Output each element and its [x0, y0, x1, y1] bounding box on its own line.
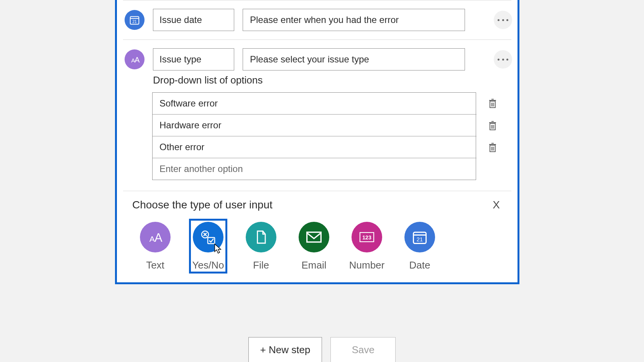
ellipsis-icon [498, 59, 508, 61]
flow-trigger-card: 21 Issue date Please enter when you had … [115, 0, 519, 284]
save-button[interactable]: Save [330, 337, 396, 362]
text-icon: A A [140, 222, 171, 252]
option-row: Hardware error [152, 115, 512, 136]
file-icon [246, 222, 276, 252]
svg-text:A: A [135, 56, 140, 64]
type-label: Text [146, 259, 164, 271]
number-icon: 123 [352, 222, 382, 252]
input-name-field[interactable]: Issue type [153, 48, 234, 70]
type-label: Number [349, 259, 384, 271]
more-options-button[interactable] [494, 11, 512, 29]
yesno-icon [193, 222, 223, 252]
bottom-action-bar: + New step Save [234, 337, 410, 362]
input-name-field[interactable]: Issue date [153, 9, 234, 31]
delete-option-button[interactable] [487, 142, 498, 153]
input-type-text[interactable]: A A Text [136, 219, 174, 274]
option-row: Enter another option [152, 158, 512, 180]
input-type-chooser: Choose the type of user input X A A Text [123, 191, 511, 280]
new-step-button[interactable]: + New step [248, 337, 322, 362]
type-options-list: A A Text [132, 211, 502, 277]
date-icon: 21 [125, 10, 145, 30]
svg-text:123: 123 [362, 234, 371, 241]
type-label: Date [409, 259, 430, 271]
input-description-field[interactable]: Please select your issue type [243, 48, 465, 70]
date-icon: 21 [404, 222, 435, 252]
input-description-field[interactable]: Please enter when you had the error [243, 9, 465, 31]
svg-text:A: A [154, 231, 163, 244]
dropdown-option-input[interactable]: Software error [153, 93, 476, 115]
svg-text:21: 21 [132, 20, 137, 24]
email-icon [299, 222, 329, 252]
input-type-email[interactable]: Email [295, 219, 333, 274]
input-type-date[interactable]: 21 Date [401, 219, 439, 274]
text-icon: A A [125, 49, 145, 69]
chooser-header: Choose the type of user input X [132, 199, 502, 211]
svg-rect-30 [307, 232, 321, 242]
dropdown-option-input[interactable]: Other error [153, 136, 476, 158]
svg-text:21: 21 [417, 236, 423, 242]
close-chooser-button[interactable]: X [490, 199, 502, 211]
more-options-button[interactable] [494, 50, 512, 69]
input-row: 21 Issue date Please enter when you had … [117, 0, 518, 39]
ellipsis-icon [498, 19, 508, 21]
option-row: Software error [152, 92, 512, 115]
svg-rect-28 [208, 238, 215, 244]
type-label: Email [301, 259, 326, 271]
dropdown-options-area: Drop-down list of options Software error… [117, 74, 518, 191]
option-row: Other error [152, 136, 512, 158]
dropdown-option-input[interactable]: Hardware error [153, 115, 476, 136]
input-type-file[interactable]: File [242, 219, 280, 274]
input-type-yesno[interactable]: Yes/No [189, 219, 227, 274]
type-label: File [253, 259, 269, 271]
dropdown-title: Drop-down list of options [153, 74, 512, 86]
delete-option-button[interactable] [487, 120, 498, 131]
chooser-title: Choose the type of user input [132, 199, 273, 211]
add-option-input[interactable]: Enter another option [153, 158, 476, 180]
input-row: A A Issue type Please select your issue … [117, 40, 518, 74]
type-label: Yes/No [192, 259, 224, 271]
input-type-number[interactable]: 123 Number [348, 219, 386, 274]
delete-option-button[interactable] [487, 98, 498, 109]
